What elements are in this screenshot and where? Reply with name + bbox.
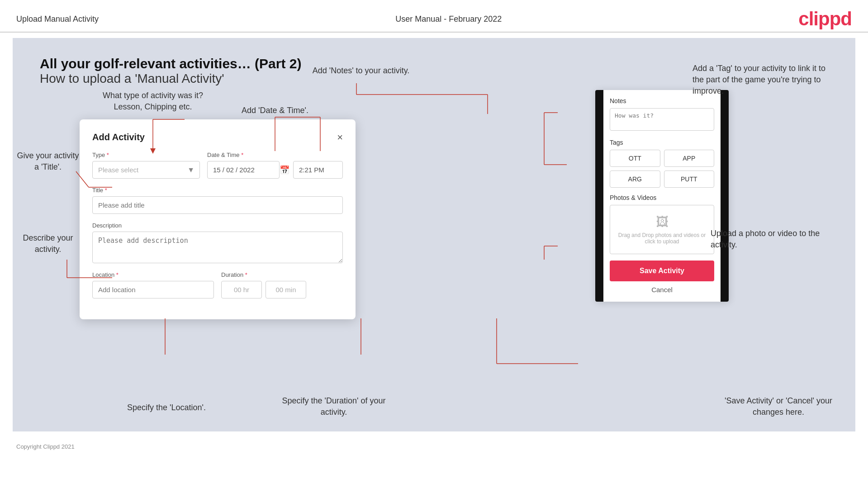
- main-content: All your golf-relevant activities… (Part…: [13, 38, 855, 431]
- description-label: Description: [92, 222, 343, 229]
- photo-icon: 🖼: [656, 214, 669, 229]
- description-callout: Describe your activity.: [16, 232, 80, 255]
- modal-header: Add Activity ×: [92, 132, 343, 142]
- tag-callout: Add a 'Tag' to your activity to link it …: [693, 63, 828, 97]
- duration-min-input[interactable]: [266, 281, 306, 298]
- duration-callout: Specify the 'Duration' of your activity.: [280, 395, 388, 418]
- tag-putt[interactable]: PUTT: [664, 171, 715, 188]
- description-row: Description: [92, 222, 343, 263]
- location-group: Location *: [92, 271, 214, 298]
- cancel-link[interactable]: Cancel: [610, 286, 714, 294]
- notes-section-label: Notes: [610, 97, 714, 104]
- modal-close-button[interactable]: ×: [337, 133, 343, 142]
- datetime-group: Date & Time * 📅: [207, 152, 343, 179]
- title-input[interactable]: [92, 196, 343, 214]
- date-input[interactable]: [207, 161, 280, 179]
- type-datetime-row: Type * Please select ▼ Date & Time * 📅: [92, 152, 343, 179]
- type-group: Type * Please select ▼: [92, 152, 200, 179]
- duration-inputs: [221, 281, 343, 298]
- type-callout: What type of activity was it? Lesson, Ch…: [99, 90, 207, 113]
- title-row: Title *: [92, 187, 343, 214]
- photos-drop-text: Drag and Drop photos and videos or click…: [615, 232, 709, 245]
- tags-section-label: Tags: [610, 139, 714, 146]
- duration-hr-input[interactable]: [221, 281, 262, 298]
- type-select-wrapper: Please select ▼: [92, 161, 200, 179]
- photos-drop-zone[interactable]: 🖼 Drag and Drop photos and videos or cli…: [610, 205, 714, 254]
- phone-inner: Notes Tags OTT APP ARG PUTT Photos & Vid…: [603, 90, 721, 302]
- tag-arg[interactable]: ARG: [610, 171, 660, 188]
- modal-dialog: Add Activity × Type * Please select ▼ Da…: [80, 119, 356, 319]
- phone-left-bar: [595, 90, 603, 302]
- manual-title: User Manual - February 2022: [395, 14, 502, 24]
- type-select[interactable]: Please select: [92, 161, 200, 179]
- duration-label: Duration *: [221, 271, 343, 278]
- datetime-callout: Add 'Date & Time'.: [230, 105, 320, 116]
- datetime-label: Date & Time *: [207, 152, 343, 158]
- photo-callout: Upload a photo or video to the activity.: [711, 228, 828, 251]
- type-label: Type *: [92, 152, 200, 158]
- title-callout: Give your activity a 'Title'.: [16, 150, 80, 173]
- title-label: Title *: [92, 187, 343, 194]
- tags-grid: OTT APP ARG PUTT: [610, 150, 714, 188]
- tag-app[interactable]: APP: [664, 150, 715, 167]
- date-time-group: 📅: [207, 161, 343, 179]
- description-group: Description: [92, 222, 343, 263]
- notes-textarea[interactable]: [610, 108, 714, 131]
- modal-title: Add Activity: [92, 132, 145, 142]
- location-duration-row: Location * Duration *: [92, 271, 343, 298]
- footer: Copyright Clippd 2021: [0, 437, 868, 456]
- tag-ott[interactable]: OTT: [610, 150, 660, 167]
- location-input[interactable]: [92, 281, 214, 298]
- top-divider: [0, 32, 868, 33]
- page-title: Upload Manual Activity: [16, 14, 99, 24]
- phone-right-bar: [721, 90, 729, 302]
- save-callout: 'Save Activity' or 'Cancel' your changes…: [715, 395, 842, 418]
- location-callout: Specify the 'Location'.: [126, 402, 207, 413]
- save-activity-button[interactable]: Save Activity: [610, 261, 714, 281]
- logo: clippd: [798, 8, 852, 30]
- calendar-icon: 📅: [280, 165, 289, 175]
- title-group: Title *: [92, 187, 343, 214]
- phone-panel: Notes Tags OTT APP ARG PUTT Photos & Vid…: [595, 90, 729, 302]
- copyright-text: Copyright Clippd 2021: [16, 443, 75, 450]
- time-input[interactable]: [293, 161, 343, 179]
- photos-section-label: Photos & Videos: [610, 194, 714, 201]
- notes-callout: Add 'Notes' to your activity.: [311, 65, 411, 76]
- duration-group: Duration *: [221, 271, 343, 298]
- description-textarea[interactable]: [92, 232, 343, 263]
- location-label: Location *: [92, 271, 214, 278]
